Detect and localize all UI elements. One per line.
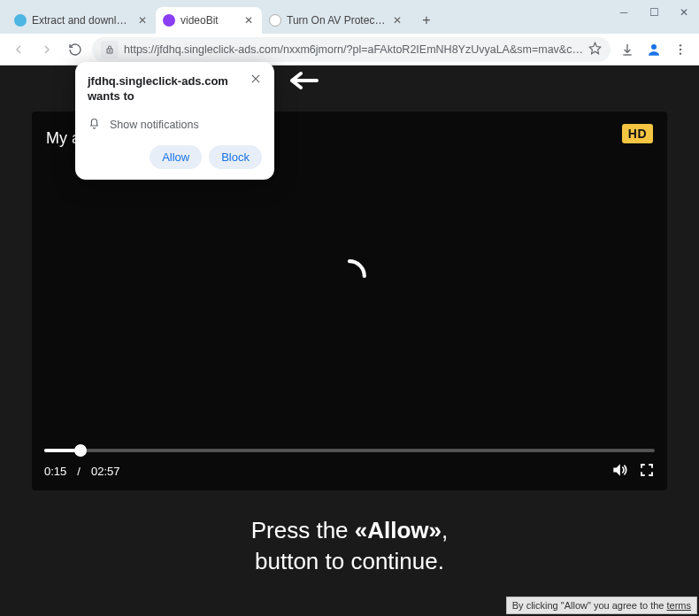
time-sep: /: [77, 465, 81, 478]
bell-icon: [88, 117, 101, 133]
reload-button[interactable]: [64, 38, 87, 61]
minimize-button[interactable]: ─: [609, 0, 639, 25]
toolbar-right: [616, 38, 692, 61]
allow-button[interactable]: Allow: [150, 145, 202, 169]
tab-label: Turn On AV Protection: [287, 14, 386, 27]
video-controls: 0:15 / 02:57: [32, 442, 667, 490]
favicon-icon: [163, 14, 175, 27]
terms-link[interactable]: terms: [667, 600, 692, 611]
maximize-button[interactable]: ☐: [639, 0, 669, 25]
hd-badge: HD: [622, 124, 653, 143]
progress-thumb[interactable]: [74, 444, 87, 457]
profile-icon[interactable]: [642, 38, 665, 61]
svg-point-0: [109, 50, 111, 51]
fullscreen-icon[interactable]: [639, 462, 655, 481]
tab-1[interactable]: videoBit ✕: [156, 7, 262, 34]
instruction-text: Press the «Allow», button to continue.: [0, 515, 699, 577]
disclaimer-text: By clicking "Allow" you agree to the ter…: [506, 597, 697, 614]
tab-label: videoBit: [181, 14, 237, 27]
bookmark-icon[interactable]: [588, 42, 602, 58]
window-controls: ─ ☐ ✕: [609, 0, 699, 34]
loading-spinner-icon: [331, 258, 368, 295]
svg-point-1: [651, 44, 657, 50]
browser-toolbar: https://jfdhq.singleclick-ads.com/nxxm6j…: [0, 34, 699, 65]
block-button[interactable]: Block: [209, 145, 262, 169]
address-bar[interactable]: https://jfdhq.singleclick-ads.com/nxxm6j…: [92, 37, 611, 62]
permission-capability: Show notifications: [110, 119, 199, 131]
tab-strip: Extract and download audio an ✕ videoBit…: [7, 7, 437, 34]
browser-titlebar: Extract and download audio an ✕ videoBit…: [0, 0, 699, 34]
favicon-icon: [14, 14, 27, 27]
pointer-arrow-icon: [290, 71, 322, 94]
tab-0[interactable]: Extract and download audio an ✕: [7, 7, 156, 34]
permission-capability-row: Show notifications: [88, 117, 262, 133]
volume-icon[interactable]: [611, 461, 628, 481]
progress-bar[interactable]: [44, 449, 655, 452]
close-window-button[interactable]: ✕: [669, 0, 699, 25]
svg-point-2: [680, 44, 681, 46]
new-tab-button[interactable]: +: [416, 10, 437, 31]
close-icon[interactable]: ✕: [391, 14, 403, 27]
forward-button[interactable]: [35, 38, 58, 61]
close-icon[interactable]: ✕: [242, 14, 255, 27]
svg-point-4: [680, 52, 681, 54]
site-settings-icon[interactable]: [101, 41, 119, 58]
notification-permission-popup: jfdhq.singleclick-ads.com wants to Show …: [75, 62, 274, 180]
close-icon[interactable]: ✕: [136, 14, 149, 27]
url-text: https://jfdhq.singleclick-ads.com/nxxm6j…: [124, 43, 583, 56]
tab-2[interactable]: Turn On AV Protection ✕: [262, 7, 411, 34]
tab-label: Extract and download audio an: [32, 14, 131, 27]
favicon-icon: [269, 14, 281, 27]
time-total: 02:57: [91, 465, 120, 478]
back-button[interactable]: [7, 38, 30, 61]
svg-point-3: [680, 48, 681, 50]
time-current: 0:15: [44, 465, 66, 478]
permission-title: jfdhq.singleclick-ads.com wants to: [88, 74, 262, 104]
close-icon[interactable]: [250, 73, 264, 87]
menu-icon[interactable]: [669, 38, 692, 61]
downloads-icon[interactable]: [616, 38, 639, 61]
